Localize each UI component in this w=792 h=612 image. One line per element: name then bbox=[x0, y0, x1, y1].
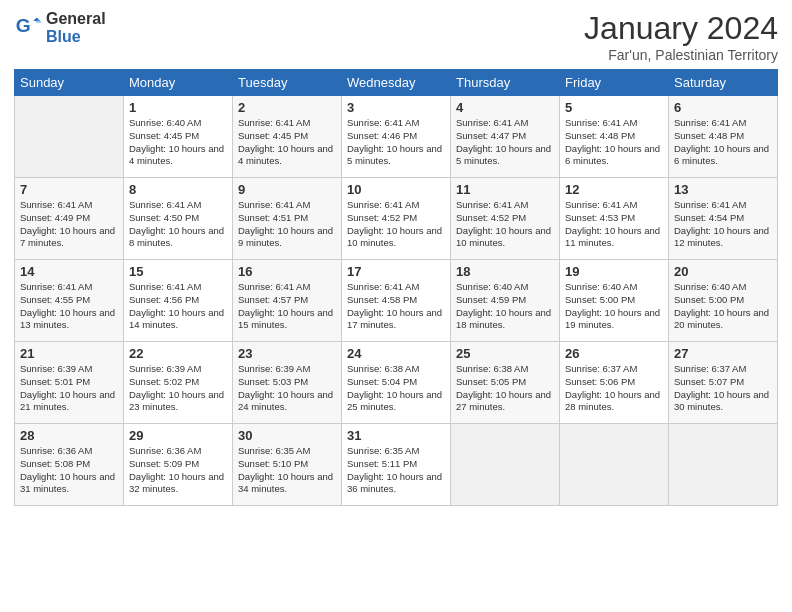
col-sunday: Sunday bbox=[15, 70, 124, 96]
col-wednesday: Wednesday bbox=[342, 70, 451, 96]
week-row-2: 7Sunrise: 6:41 AM Sunset: 4:49 PM Daylig… bbox=[15, 178, 778, 260]
day-info: Sunrise: 6:36 AM Sunset: 5:09 PM Dayligh… bbox=[129, 445, 227, 496]
title-block: January 2024 Far'un, Palestinian Territo… bbox=[584, 10, 778, 63]
day-cell: 7Sunrise: 6:41 AM Sunset: 4:49 PM Daylig… bbox=[15, 178, 124, 260]
day-info: Sunrise: 6:41 AM Sunset: 4:57 PM Dayligh… bbox=[238, 281, 336, 332]
day-cell: 10Sunrise: 6:41 AM Sunset: 4:52 PM Dayli… bbox=[342, 178, 451, 260]
day-info: Sunrise: 6:35 AM Sunset: 5:10 PM Dayligh… bbox=[238, 445, 336, 496]
day-info: Sunrise: 6:40 AM Sunset: 5:00 PM Dayligh… bbox=[674, 281, 772, 332]
day-number: 16 bbox=[238, 264, 336, 279]
day-info: Sunrise: 6:38 AM Sunset: 5:04 PM Dayligh… bbox=[347, 363, 445, 414]
logo-blue: Blue bbox=[46, 28, 106, 46]
col-friday: Friday bbox=[560, 70, 669, 96]
day-cell: 23Sunrise: 6:39 AM Sunset: 5:03 PM Dayli… bbox=[233, 342, 342, 424]
day-info: Sunrise: 6:40 AM Sunset: 4:45 PM Dayligh… bbox=[129, 117, 227, 168]
day-number: 18 bbox=[456, 264, 554, 279]
day-cell: 22Sunrise: 6:39 AM Sunset: 5:02 PM Dayli… bbox=[124, 342, 233, 424]
day-info: Sunrise: 6:41 AM Sunset: 4:50 PM Dayligh… bbox=[129, 199, 227, 250]
day-info: Sunrise: 6:41 AM Sunset: 4:47 PM Dayligh… bbox=[456, 117, 554, 168]
day-info: Sunrise: 6:36 AM Sunset: 5:08 PM Dayligh… bbox=[20, 445, 118, 496]
day-cell: 2Sunrise: 6:41 AM Sunset: 4:45 PM Daylig… bbox=[233, 96, 342, 178]
day-info: Sunrise: 6:39 AM Sunset: 5:01 PM Dayligh… bbox=[20, 363, 118, 414]
day-info: Sunrise: 6:41 AM Sunset: 4:58 PM Dayligh… bbox=[347, 281, 445, 332]
day-number: 21 bbox=[20, 346, 118, 361]
day-number: 2 bbox=[238, 100, 336, 115]
day-cell bbox=[669, 424, 778, 506]
day-info: Sunrise: 6:41 AM Sunset: 4:46 PM Dayligh… bbox=[347, 117, 445, 168]
col-thursday: Thursday bbox=[451, 70, 560, 96]
day-number: 15 bbox=[129, 264, 227, 279]
day-info: Sunrise: 6:35 AM Sunset: 5:11 PM Dayligh… bbox=[347, 445, 445, 496]
title-month: January 2024 bbox=[584, 10, 778, 47]
day-number: 10 bbox=[347, 182, 445, 197]
week-row-5: 28Sunrise: 6:36 AM Sunset: 5:08 PM Dayli… bbox=[15, 424, 778, 506]
day-number: 20 bbox=[674, 264, 772, 279]
day-cell: 20Sunrise: 6:40 AM Sunset: 5:00 PM Dayli… bbox=[669, 260, 778, 342]
day-info: Sunrise: 6:41 AM Sunset: 4:54 PM Dayligh… bbox=[674, 199, 772, 250]
day-cell: 12Sunrise: 6:41 AM Sunset: 4:53 PM Dayli… bbox=[560, 178, 669, 260]
day-cell: 15Sunrise: 6:41 AM Sunset: 4:56 PM Dayli… bbox=[124, 260, 233, 342]
day-info: Sunrise: 6:41 AM Sunset: 4:48 PM Dayligh… bbox=[674, 117, 772, 168]
day-cell: 16Sunrise: 6:41 AM Sunset: 4:57 PM Dayli… bbox=[233, 260, 342, 342]
day-info: Sunrise: 6:41 AM Sunset: 4:48 PM Dayligh… bbox=[565, 117, 663, 168]
day-cell: 31Sunrise: 6:35 AM Sunset: 5:11 PM Dayli… bbox=[342, 424, 451, 506]
day-number: 3 bbox=[347, 100, 445, 115]
day-number: 23 bbox=[238, 346, 336, 361]
day-number: 24 bbox=[347, 346, 445, 361]
day-info: Sunrise: 6:41 AM Sunset: 4:55 PM Dayligh… bbox=[20, 281, 118, 332]
day-cell: 28Sunrise: 6:36 AM Sunset: 5:08 PM Dayli… bbox=[15, 424, 124, 506]
day-cell: 24Sunrise: 6:38 AM Sunset: 5:04 PM Dayli… bbox=[342, 342, 451, 424]
day-info: Sunrise: 6:40 AM Sunset: 4:59 PM Dayligh… bbox=[456, 281, 554, 332]
day-number: 19 bbox=[565, 264, 663, 279]
day-number: 30 bbox=[238, 428, 336, 443]
col-tuesday: Tuesday bbox=[233, 70, 342, 96]
day-info: Sunrise: 6:37 AM Sunset: 5:06 PM Dayligh… bbox=[565, 363, 663, 414]
logo-icon: G bbox=[14, 14, 42, 42]
day-info: Sunrise: 6:40 AM Sunset: 5:00 PM Dayligh… bbox=[565, 281, 663, 332]
day-cell: 5Sunrise: 6:41 AM Sunset: 4:48 PM Daylig… bbox=[560, 96, 669, 178]
day-cell: 18Sunrise: 6:40 AM Sunset: 4:59 PM Dayli… bbox=[451, 260, 560, 342]
day-cell: 1Sunrise: 6:40 AM Sunset: 4:45 PM Daylig… bbox=[124, 96, 233, 178]
day-cell: 8Sunrise: 6:41 AM Sunset: 4:50 PM Daylig… bbox=[124, 178, 233, 260]
week-row-3: 14Sunrise: 6:41 AM Sunset: 4:55 PM Dayli… bbox=[15, 260, 778, 342]
col-monday: Monday bbox=[124, 70, 233, 96]
day-info: Sunrise: 6:39 AM Sunset: 5:02 PM Dayligh… bbox=[129, 363, 227, 414]
day-cell: 13Sunrise: 6:41 AM Sunset: 4:54 PM Dayli… bbox=[669, 178, 778, 260]
day-cell: 27Sunrise: 6:37 AM Sunset: 5:07 PM Dayli… bbox=[669, 342, 778, 424]
logo-text: General Blue bbox=[46, 10, 106, 45]
day-number: 1 bbox=[129, 100, 227, 115]
title-location: Far'un, Palestinian Territory bbox=[584, 47, 778, 63]
day-cell: 6Sunrise: 6:41 AM Sunset: 4:48 PM Daylig… bbox=[669, 96, 778, 178]
day-info: Sunrise: 6:41 AM Sunset: 4:51 PM Dayligh… bbox=[238, 199, 336, 250]
day-info: Sunrise: 6:41 AM Sunset: 4:56 PM Dayligh… bbox=[129, 281, 227, 332]
day-number: 6 bbox=[674, 100, 772, 115]
day-cell: 25Sunrise: 6:38 AM Sunset: 5:05 PM Dayli… bbox=[451, 342, 560, 424]
day-number: 17 bbox=[347, 264, 445, 279]
day-cell: 17Sunrise: 6:41 AM Sunset: 4:58 PM Dayli… bbox=[342, 260, 451, 342]
day-info: Sunrise: 6:41 AM Sunset: 4:53 PM Dayligh… bbox=[565, 199, 663, 250]
day-info: Sunrise: 6:41 AM Sunset: 4:45 PM Dayligh… bbox=[238, 117, 336, 168]
day-number: 29 bbox=[129, 428, 227, 443]
header-row: Sunday Monday Tuesday Wednesday Thursday… bbox=[15, 70, 778, 96]
day-number: 27 bbox=[674, 346, 772, 361]
day-cell: 11Sunrise: 6:41 AM Sunset: 4:52 PM Dayli… bbox=[451, 178, 560, 260]
day-number: 11 bbox=[456, 182, 554, 197]
svg-text:G: G bbox=[16, 14, 31, 35]
logo: G General Blue bbox=[14, 10, 106, 45]
day-number: 8 bbox=[129, 182, 227, 197]
calendar-table: Sunday Monday Tuesday Wednesday Thursday… bbox=[14, 69, 778, 506]
day-cell: 21Sunrise: 6:39 AM Sunset: 5:01 PM Dayli… bbox=[15, 342, 124, 424]
day-number: 5 bbox=[565, 100, 663, 115]
day-number: 22 bbox=[129, 346, 227, 361]
day-cell: 3Sunrise: 6:41 AM Sunset: 4:46 PM Daylig… bbox=[342, 96, 451, 178]
day-number: 28 bbox=[20, 428, 118, 443]
day-number: 7 bbox=[20, 182, 118, 197]
day-number: 14 bbox=[20, 264, 118, 279]
day-info: Sunrise: 6:37 AM Sunset: 5:07 PM Dayligh… bbox=[674, 363, 772, 414]
day-number: 4 bbox=[456, 100, 554, 115]
day-cell: 26Sunrise: 6:37 AM Sunset: 5:06 PM Dayli… bbox=[560, 342, 669, 424]
day-number: 25 bbox=[456, 346, 554, 361]
day-info: Sunrise: 6:38 AM Sunset: 5:05 PM Dayligh… bbox=[456, 363, 554, 414]
day-cell: 29Sunrise: 6:36 AM Sunset: 5:09 PM Dayli… bbox=[124, 424, 233, 506]
day-info: Sunrise: 6:39 AM Sunset: 5:03 PM Dayligh… bbox=[238, 363, 336, 414]
